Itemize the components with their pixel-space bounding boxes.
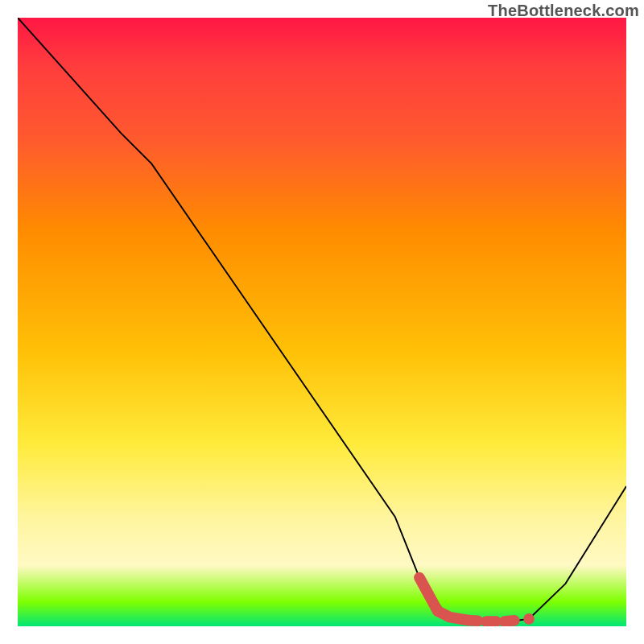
chart-line-layer [18,18,626,626]
bottleneck-curve [18,18,626,622]
chart-container: TheBottleneck.com [0,0,644,644]
watermark-text: TheBottleneck.com [488,2,639,20]
plot-area [18,18,626,626]
